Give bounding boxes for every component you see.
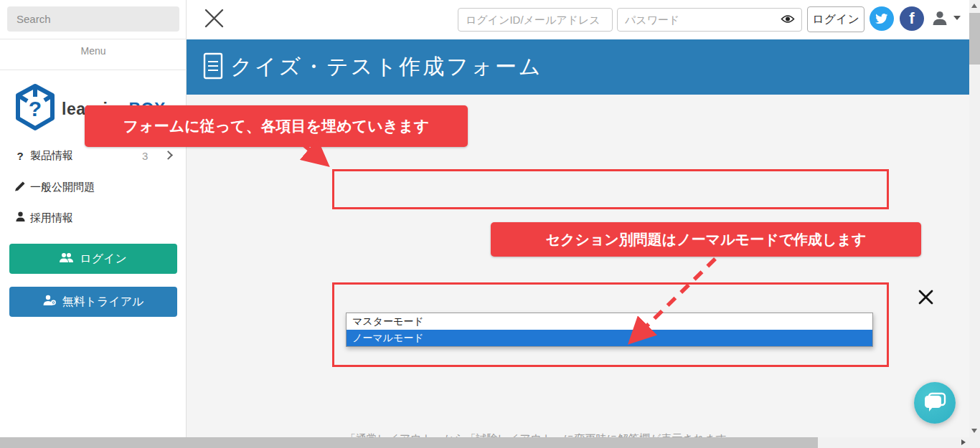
sidebar-trial-label: 無料トライアル <box>62 295 144 310</box>
sidebar-login-button[interactable]: ログイン <box>9 244 177 274</box>
sidebar-item-label: 製品情報 <box>30 149 73 163</box>
twitter-icon[interactable] <box>870 6 894 31</box>
divider <box>0 70 187 70</box>
sidebar-item-label: 一般公開問題 <box>30 181 95 194</box>
person-icon <box>12 211 28 224</box>
facebook-icon[interactable]: f <box>900 6 924 31</box>
mode-dropdown: マスターモード ノーマルモード <box>346 313 873 347</box>
scrollbar-corner <box>969 437 980 448</box>
vertical-scrollbar[interactable] <box>969 0 980 437</box>
scroll-up-arrow[interactable] <box>971 4 977 8</box>
sidebar-item-public-questions[interactable]: 一般公開問題 <box>0 177 187 197</box>
divider <box>0 39 187 39</box>
chat-widget-button[interactable] <box>914 382 956 424</box>
sidebar-login-label: ログイン <box>80 252 127 267</box>
page-title: クイズ・テスト作成フォーム <box>230 52 542 82</box>
password-input[interactable] <box>617 8 802 32</box>
pencil-icon <box>12 181 28 194</box>
horizontal-scroll-thumb[interactable] <box>0 437 818 448</box>
person-gear-icon <box>43 295 57 309</box>
close-icon[interactable] <box>204 9 224 31</box>
count-badge: 3 <box>142 150 148 162</box>
login-id-input[interactable] <box>458 8 613 32</box>
layout-help-text-2: 「通常レイアウト」から「試験レイアウト」に変更時に解答欄が表示されます。 <box>345 432 738 437</box>
question-icon: ? <box>12 150 28 162</box>
topbar: ログイン f <box>187 0 980 39</box>
card-close-icon[interactable] <box>918 290 933 308</box>
page-header: クイズ・テスト作成フォーム <box>187 39 969 95</box>
scroll-down-arrow[interactable] <box>971 429 977 433</box>
sidebar-search[interactable] <box>7 6 179 32</box>
user-menu[interactable] <box>931 9 961 27</box>
vertical-scroll-thumb[interactable] <box>969 13 980 65</box>
sidebar-trial-button[interactable]: 無料トライアル <box>9 287 177 317</box>
horizontal-scrollbar[interactable] <box>0 437 969 448</box>
document-icon <box>203 52 223 82</box>
chat-bubble-icon <box>923 392 947 414</box>
caret-down-icon <box>953 16 961 20</box>
menu-heading: Menu <box>0 45 187 57</box>
sidebar: Menu ? learningBOX ? 製品情報 3 一般公開問題 採用情報 <box>0 0 187 448</box>
annotation-banner-1: フォームに従って、各項目を埋めていきます <box>85 105 468 147</box>
account-icon <box>931 9 948 27</box>
cube-logo-icon: ? <box>14 82 56 135</box>
mode-option-normal[interactable]: ノーマルモード <box>347 330 872 346</box>
search-input[interactable] <box>7 6 179 32</box>
sidebar-item-label: 採用情報 <box>30 211 73 225</box>
svg-text:?: ? <box>29 97 42 120</box>
mode-option-master[interactable]: マスターモード <box>347 313 872 330</box>
annotation-banner-2: セクション別問題はノーマルモードで作成します <box>491 222 921 257</box>
topbar-login-button[interactable]: ログイン <box>807 6 864 32</box>
chevron-right-icon <box>164 151 173 160</box>
scroll-right-arrow[interactable] <box>961 439 966 445</box>
sidebar-item-product-info[interactable]: ? 製品情報 3 <box>0 146 187 166</box>
users-icon <box>60 252 74 266</box>
eye-icon[interactable] <box>781 14 795 27</box>
sidebar-item-recruit-info[interactable]: 採用情報 <box>0 208 187 228</box>
